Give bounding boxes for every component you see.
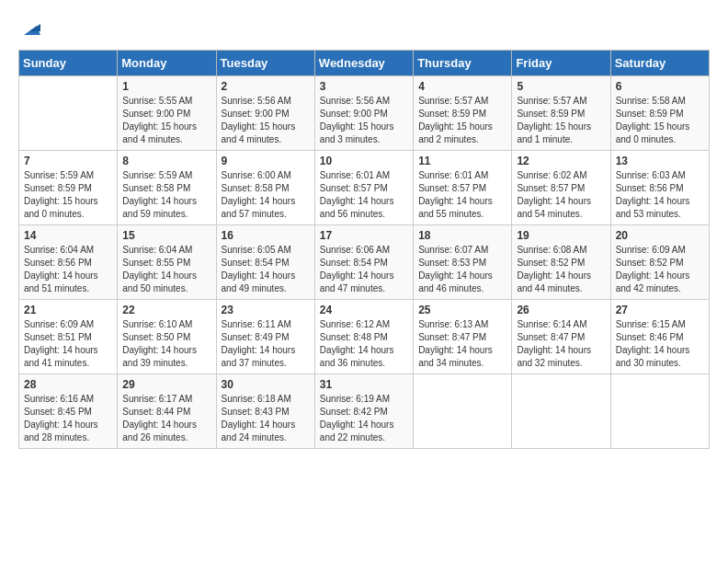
cell-info: Sunrise: 6:10 AMSunset: 8:50 PMDaylight:… bbox=[122, 318, 210, 370]
day-number: 8 bbox=[122, 155, 210, 167]
page-header bbox=[18, 18, 710, 35]
logo-icon bbox=[20, 18, 40, 39]
day-number: 5 bbox=[517, 80, 605, 93]
weekday-header: Wednesday bbox=[314, 51, 413, 76]
calendar-cell: 30Sunrise: 6:18 AMSunset: 8:43 PMDayligh… bbox=[216, 374, 314, 449]
cell-info: Sunrise: 5:57 AMSunset: 8:59 PMDaylight:… bbox=[418, 95, 506, 146]
calendar-cell: 21Sunrise: 6:09 AMSunset: 8:51 PMDayligh… bbox=[19, 300, 118, 374]
cell-info: Sunrise: 6:16 AMSunset: 8:45 PMDaylight:… bbox=[24, 393, 112, 444]
cell-info: Sunrise: 6:11 AMSunset: 8:49 PMDaylight:… bbox=[222, 318, 310, 370]
calendar-cell: 20Sunrise: 6:09 AMSunset: 8:52 PMDayligh… bbox=[610, 225, 709, 300]
calendar-cell: 12Sunrise: 6:02 AMSunset: 8:57 PMDayligh… bbox=[512, 151, 610, 225]
calendar-cell: 5Sunrise: 5:57 AMSunset: 8:59 PMDaylight… bbox=[512, 76, 610, 151]
day-number: 9 bbox=[222, 155, 310, 167]
calendar-week-row: 7Sunrise: 5:59 AMSunset: 8:59 PMDaylight… bbox=[19, 151, 710, 225]
day-number: 18 bbox=[418, 229, 506, 242]
day-number: 13 bbox=[616, 155, 704, 167]
calendar-cell: 19Sunrise: 6:08 AMSunset: 8:52 PMDayligh… bbox=[512, 225, 610, 300]
cell-info: Sunrise: 6:04 AMSunset: 8:56 PMDaylight:… bbox=[24, 244, 112, 295]
calendar-cell: 31Sunrise: 6:19 AMSunset: 8:42 PMDayligh… bbox=[314, 374, 413, 449]
calendar-cell bbox=[414, 374, 512, 449]
day-number: 28 bbox=[24, 378, 112, 391]
day-number: 23 bbox=[222, 304, 310, 316]
calendar-cell: 1Sunrise: 5:55 AMSunset: 9:00 PMDaylight… bbox=[118, 76, 216, 151]
cell-info: Sunrise: 6:09 AMSunset: 8:52 PMDaylight:… bbox=[616, 244, 704, 295]
cell-info: Sunrise: 6:02 AMSunset: 8:57 PMDaylight:… bbox=[517, 169, 605, 221]
cell-info: Sunrise: 5:56 AMSunset: 9:00 PMDaylight:… bbox=[222, 95, 310, 146]
weekday-header: Saturday bbox=[610, 51, 709, 76]
cell-info: Sunrise: 6:05 AMSunset: 8:54 PMDaylight:… bbox=[222, 244, 310, 295]
calendar-table: SundayMondayTuesdayWednesdayThursdayFrid… bbox=[18, 50, 710, 449]
weekday-header-row: SundayMondayTuesdayWednesdayThursdayFrid… bbox=[19, 51, 710, 76]
calendar-cell: 11Sunrise: 6:01 AMSunset: 8:57 PMDayligh… bbox=[414, 151, 512, 225]
cell-info: Sunrise: 6:03 AMSunset: 8:56 PMDaylight:… bbox=[616, 169, 704, 221]
calendar-cell: 26Sunrise: 6:14 AMSunset: 8:47 PMDayligh… bbox=[512, 300, 610, 374]
calendar-cell: 18Sunrise: 6:07 AMSunset: 8:53 PMDayligh… bbox=[414, 225, 512, 300]
day-number: 26 bbox=[517, 304, 605, 316]
calendar-cell bbox=[610, 374, 709, 449]
calendar-cell: 16Sunrise: 6:05 AMSunset: 8:54 PMDayligh… bbox=[216, 225, 314, 300]
day-number: 24 bbox=[320, 304, 408, 316]
calendar-cell: 8Sunrise: 5:59 AMSunset: 8:58 PMDaylight… bbox=[118, 151, 216, 225]
calendar-cell: 24Sunrise: 6:12 AMSunset: 8:48 PMDayligh… bbox=[314, 300, 413, 374]
cell-info: Sunrise: 5:59 AMSunset: 8:59 PMDaylight:… bbox=[24, 169, 112, 221]
day-number: 11 bbox=[418, 155, 506, 167]
weekday-header: Thursday bbox=[414, 51, 512, 76]
weekday-header: Sunday bbox=[19, 51, 118, 76]
cell-info: Sunrise: 6:15 AMSunset: 8:46 PMDaylight:… bbox=[616, 318, 704, 370]
weekday-header: Tuesday bbox=[216, 51, 314, 76]
cell-info: Sunrise: 6:04 AMSunset: 8:55 PMDaylight:… bbox=[122, 244, 210, 295]
day-number: 10 bbox=[320, 155, 408, 167]
day-number: 6 bbox=[616, 80, 704, 93]
calendar-cell bbox=[19, 76, 118, 151]
calendar-cell: 7Sunrise: 5:59 AMSunset: 8:59 PMDaylight… bbox=[19, 151, 118, 225]
calendar-cell: 3Sunrise: 5:56 AMSunset: 9:00 PMDaylight… bbox=[314, 76, 413, 151]
day-number: 27 bbox=[616, 304, 704, 316]
cell-info: Sunrise: 6:09 AMSunset: 8:51 PMDaylight:… bbox=[24, 318, 112, 370]
cell-info: Sunrise: 5:55 AMSunset: 9:00 PMDaylight:… bbox=[122, 95, 210, 146]
cell-info: Sunrise: 6:07 AMSunset: 8:53 PMDaylight:… bbox=[418, 244, 506, 295]
cell-info: Sunrise: 5:56 AMSunset: 9:00 PMDaylight:… bbox=[320, 95, 408, 146]
cell-info: Sunrise: 6:19 AMSunset: 8:42 PMDaylight:… bbox=[320, 393, 408, 444]
day-number: 21 bbox=[24, 304, 112, 316]
day-number: 31 bbox=[320, 378, 408, 391]
calendar-week-row: 21Sunrise: 6:09 AMSunset: 8:51 PMDayligh… bbox=[19, 300, 710, 374]
cell-info: Sunrise: 5:58 AMSunset: 8:59 PMDaylight:… bbox=[616, 95, 704, 146]
day-number: 1 bbox=[122, 80, 210, 93]
cell-info: Sunrise: 6:12 AMSunset: 8:48 PMDaylight:… bbox=[320, 318, 408, 370]
cell-info: Sunrise: 6:08 AMSunset: 8:52 PMDaylight:… bbox=[517, 244, 605, 295]
calendar-cell: 29Sunrise: 6:17 AMSunset: 8:44 PMDayligh… bbox=[118, 374, 216, 449]
weekday-header: Friday bbox=[512, 51, 610, 76]
calendar-week-row: 1Sunrise: 5:55 AMSunset: 9:00 PMDaylight… bbox=[19, 76, 710, 151]
day-number: 16 bbox=[222, 229, 310, 242]
day-number: 22 bbox=[122, 304, 210, 316]
calendar-cell: 4Sunrise: 5:57 AMSunset: 8:59 PMDaylight… bbox=[414, 76, 512, 151]
cell-info: Sunrise: 6:00 AMSunset: 8:58 PMDaylight:… bbox=[222, 169, 310, 221]
calendar-week-row: 28Sunrise: 6:16 AMSunset: 8:45 PMDayligh… bbox=[19, 374, 710, 449]
cell-info: Sunrise: 6:14 AMSunset: 8:47 PMDaylight:… bbox=[517, 318, 605, 370]
cell-info: Sunrise: 6:06 AMSunset: 8:54 PMDaylight:… bbox=[320, 244, 408, 295]
cell-info: Sunrise: 5:57 AMSunset: 8:59 PMDaylight:… bbox=[517, 95, 605, 146]
calendar-cell: 13Sunrise: 6:03 AMSunset: 8:56 PMDayligh… bbox=[610, 151, 709, 225]
calendar-cell bbox=[512, 374, 610, 449]
day-number: 20 bbox=[616, 229, 704, 242]
cell-info: Sunrise: 6:13 AMSunset: 8:47 PMDaylight:… bbox=[418, 318, 506, 370]
calendar-cell: 28Sunrise: 6:16 AMSunset: 8:45 PMDayligh… bbox=[19, 374, 118, 449]
calendar-cell: 9Sunrise: 6:00 AMSunset: 8:58 PMDaylight… bbox=[216, 151, 314, 225]
calendar-cell: 27Sunrise: 6:15 AMSunset: 8:46 PMDayligh… bbox=[610, 300, 709, 374]
calendar-cell: 6Sunrise: 5:58 AMSunset: 8:59 PMDaylight… bbox=[610, 76, 709, 151]
calendar-cell: 10Sunrise: 6:01 AMSunset: 8:57 PMDayligh… bbox=[314, 151, 413, 225]
calendar-week-row: 14Sunrise: 6:04 AMSunset: 8:56 PMDayligh… bbox=[19, 225, 710, 300]
day-number: 30 bbox=[222, 378, 310, 391]
day-number: 4 bbox=[418, 80, 506, 93]
day-number: 3 bbox=[320, 80, 408, 93]
logo bbox=[18, 18, 40, 35]
calendar-cell: 17Sunrise: 6:06 AMSunset: 8:54 PMDayligh… bbox=[314, 225, 413, 300]
day-number: 19 bbox=[517, 229, 605, 242]
day-number: 15 bbox=[122, 229, 210, 242]
day-number: 2 bbox=[222, 80, 310, 93]
calendar-cell: 15Sunrise: 6:04 AMSunset: 8:55 PMDayligh… bbox=[118, 225, 216, 300]
day-number: 14 bbox=[24, 229, 112, 242]
weekday-header: Monday bbox=[118, 51, 216, 76]
cell-info: Sunrise: 5:59 AMSunset: 8:58 PMDaylight:… bbox=[122, 169, 210, 221]
